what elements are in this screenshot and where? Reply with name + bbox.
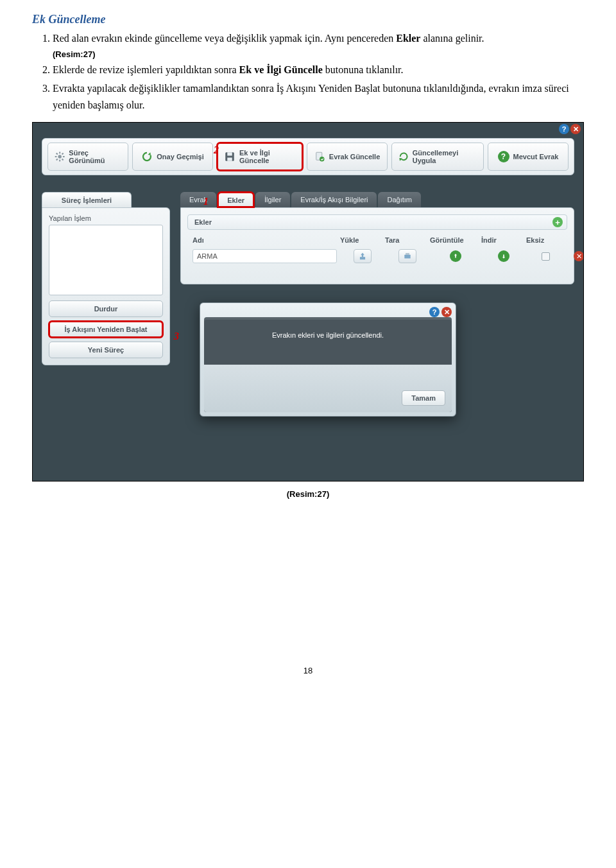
approval-history-button[interactable]: Onay Geçmişi: [132, 143, 213, 171]
button-label: Güncellemeyi Uygula: [413, 149, 477, 164]
upload-button[interactable]: [354, 249, 372, 263]
bold-text: Ekler: [396, 33, 420, 44]
question-icon: ?: [498, 151, 509, 162]
svg-line-7: [56, 159, 58, 161]
screenshot-frame: ? ✕ Süreç Görünümü Onay Geçmişi Ek ve İl…: [32, 122, 584, 482]
apply-update-button[interactable]: Güncellemeyi Uygula: [391, 143, 484, 171]
refresh-icon: [141, 151, 153, 162]
svg-line-6: [62, 159, 64, 161]
tab-distribution[interactable]: Dağıtım: [378, 192, 421, 207]
button-label: Mevcut Evrak: [513, 153, 559, 161]
view-button[interactable]: [450, 250, 461, 262]
list-item: Eklerde de revize işlemleri yapıldıktan …: [53, 62, 584, 78]
svg-rect-14: [360, 257, 365, 260]
restart-workflow-button[interactable]: İş Akışını Yeniden Başlat: [49, 321, 163, 338]
update-attachment-button[interactable]: Ek ve İlgi Güncelle: [217, 143, 303, 171]
new-process-button[interactable]: Yeni Süreç: [49, 342, 163, 358]
svg-point-13: [320, 157, 325, 162]
stop-button[interactable]: Durdur: [49, 300, 163, 317]
toolbar: Süreç Görünümü Onay Geçmişi Ek ve İlgi G…: [42, 138, 574, 175]
modal-footer: Tamam: [204, 365, 452, 412]
modal-message: Evrakın ekleri ve ilgileri güncellendi.: [204, 320, 452, 365]
svg-rect-10: [227, 153, 232, 156]
action-textarea[interactable]: [49, 225, 163, 295]
tab-ilgiler[interactable]: İlgiler: [255, 192, 290, 207]
close-icon[interactable]: ✕: [570, 124, 581, 134]
list-item: Red alan evrakın ekinde güncelleme veya …: [53, 30, 584, 47]
button-label: Onay Geçmişi: [157, 153, 203, 161]
tab-workflow-info[interactable]: Evrak/İş Akışı Bilgileri: [291, 192, 377, 207]
bold-text: Ek ve İlgi Güncelle: [239, 64, 323, 75]
confirmation-modal: ? ✕ Evrakın ekleri ve ilgileri güncellen…: [200, 302, 456, 417]
table-row: ✕: [187, 247, 567, 266]
col-eksiz: Eksiz: [526, 236, 565, 244]
add-icon[interactable]: +: [552, 217, 563, 227]
modal-body: Evrakın ekleri ve ilgileri güncellendi. …: [204, 317, 452, 412]
apply-icon: [398, 151, 409, 162]
page-number: 18: [32, 666, 584, 675]
col-upload: Yükle: [340, 236, 385, 244]
main-body: Ekler + Adı Yükle Tara Görüntüle İndir E…: [180, 207, 574, 284]
side-panel-tab[interactable]: Süreç İşlemleri: [42, 192, 132, 207]
callout-3: 3: [174, 331, 179, 342]
close-icon[interactable]: ✕: [441, 307, 452, 317]
svg-line-5: [56, 153, 58, 155]
attachments-header-label: Ekler: [194, 218, 212, 226]
side-panel-body: Yapılan İşlem Durdur İş Akışını Yeniden …: [42, 207, 170, 365]
delete-row-icon[interactable]: ✕: [574, 251, 584, 261]
section-title: Ek Güncelleme: [32, 13, 584, 26]
help-icon[interactable]: ?: [429, 307, 440, 317]
field-label: Yapılan İşlem: [49, 214, 163, 222]
current-document-button[interactable]: ? Mevcut Evrak: [488, 143, 569, 171]
list-item: Evrakta yapılacak değişiklikler tamamlan…: [53, 80, 584, 113]
figure-caption: (Resim:27): [32, 489, 584, 499]
col-name: Adı: [193, 236, 340, 244]
svg-line-8: [62, 153, 64, 155]
attachments-header: Ekler +: [187, 214, 567, 230]
col-view: Görüntüle: [430, 236, 481, 244]
button-label: Ek ve İlgi Güncelle: [239, 149, 296, 164]
window-controls: ? ✕: [559, 124, 581, 134]
button-label: Süreç Görünümü: [69, 149, 121, 164]
col-download: İndir: [481, 236, 526, 244]
side-panel: Süreç İşlemleri Yapılan İşlem Durdur İş …: [42, 192, 170, 365]
svg-point-0: [58, 155, 61, 159]
document-refresh-icon: [314, 151, 325, 162]
download-button[interactable]: [498, 250, 509, 262]
process-view-button[interactable]: Süreç Görünümü: [47, 143, 128, 171]
modal-controls: ? ✕: [204, 307, 452, 317]
text: Eklerde de revize işlemleri yapıldıktan …: [53, 64, 239, 75]
figure-ref: (Resim:27): [53, 49, 584, 59]
attachment-name-input[interactable]: [193, 249, 337, 263]
ok-button[interactable]: Tamam: [402, 390, 445, 406]
tab-ekler[interactable]: Ekler: [218, 192, 254, 207]
button-label: Evrak Güncelle: [329, 153, 381, 161]
col-scan: Tara: [385, 236, 430, 244]
scan-button[interactable]: [398, 249, 416, 263]
update-document-button[interactable]: Evrak Güncelle: [307, 143, 388, 171]
eksiz-checkbox[interactable]: [542, 252, 550, 261]
svg-rect-11: [227, 158, 232, 161]
svg-rect-15: [404, 255, 410, 259]
callout-2: 2: [214, 144, 219, 156]
tab-evrak[interactable]: Evrak: [180, 192, 216, 207]
text: alanına gelinir.: [420, 33, 484, 44]
gear-icon: [55, 151, 65, 162]
text: butonuna tıklanılır.: [323, 64, 404, 75]
main-area: Evrak Ekler İlgiler Evrak/İş Akışı Bilgi…: [180, 192, 574, 284]
column-headers: Adı Yükle Tara Görüntüle İndir Eksiz: [187, 234, 567, 247]
text: Red alan evrakın ekinde güncelleme veya …: [53, 33, 396, 44]
svg-rect-16: [406, 254, 409, 255]
tabstrip: Evrak Ekler İlgiler Evrak/İş Akışı Bilgi…: [180, 192, 574, 207]
help-icon[interactable]: ?: [559, 124, 569, 134]
callout-1: 1: [203, 196, 209, 207]
save-icon: [224, 150, 235, 163]
